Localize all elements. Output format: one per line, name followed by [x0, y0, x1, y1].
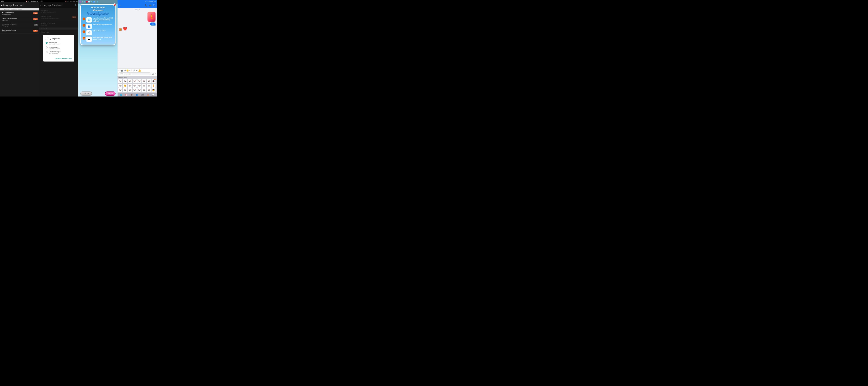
kb-share-icon[interactable]: 📤: [147, 94, 149, 96]
emoji-mickey-13[interactable]: 🐭: [142, 84, 146, 88]
emoji-mickey-8[interactable]: 🐭: [118, 84, 122, 88]
message-input-field[interactable]: Write a message...: [118, 72, 151, 76]
time-1: 10:19 AM: [33, 1, 38, 2]
message-icons-left: Aa 📷 🖼 😊 GIF 🎤 •••: [118, 69, 137, 71]
video-icon-messenger[interactable]: 📹: [149, 4, 152, 6]
kb-chat-icon[interactable]: 💬: [152, 94, 154, 96]
input-item-htc[interactable]: HTC Sense Input Keyboard options ON: [0, 10, 39, 16]
input-title-htc: HTC Sense Input: [2, 12, 14, 13]
toggle-htc[interactable]: ON: [33, 12, 38, 14]
diamond-value: 0: [95, 1, 96, 3]
play-button-game[interactable]: Play ▶: [105, 91, 116, 96]
step-text-3: TAP the Share button: [93, 30, 113, 32]
kb-globe-icon[interactable]: 🌐: [120, 94, 122, 96]
camera-button[interactable]: 📷: [121, 69, 123, 71]
dialog-option-htc[interactable]: HTC Sense Input HTC Sense Input: [45, 51, 72, 54]
dialog-option-all-lang[interactable]: All Languages Emoji Blitz Keyboard: [45, 46, 72, 49]
time-messenger: 12:00 PM: [150, 1, 156, 2]
emoji-mickey-7[interactable]: 🐭: [147, 79, 151, 83]
emoji-mickey-10[interactable]: 🐭: [128, 84, 132, 88]
hiiii-text: Hiiii: [150, 23, 156, 26]
choose-keyboards-button[interactable]: CHOOSE KEYBOARDS: [55, 58, 72, 59]
panel-messenger: 4G ▪ 64% 12:00 PM ← 📞 📹 ⓘ 10:31 AM 🧜 Hii…: [118, 0, 157, 96]
message-input-row: Aa 📷 🖼 😊 GIF 🎤 ••• 👍: [118, 69, 156, 72]
emoji-mickey-9[interactable]: 😺: [123, 84, 127, 88]
input-item-gvoice[interactable]: Google voice typing Automatic ON: [0, 28, 39, 34]
kb-clock-icon[interactable]: ⏰: [125, 94, 127, 96]
image-button[interactable]: 🖼: [124, 69, 126, 71]
game-stat-diamond: 💎 0 ⊕: [93, 1, 98, 3]
characters-label: CHARACTERS: [118, 77, 157, 79]
toggle-cute[interactable]: ON: [33, 18, 38, 20]
section-header-keyboard: KEYBOARD & INPUT METHODS: [0, 8, 39, 10]
input-item-blitz[interactable]: Emoji Blitz Keyboard All Languages OFF: [0, 22, 39, 28]
radio-all-lang[interactable]: [45, 47, 48, 49]
carrier-1: AT&T: [1, 1, 4, 2]
input-title-blitz: Emoji Blitz Keyboard: [2, 23, 17, 25]
dialog-option-english[interactable]: English (US) Cute Emoji Keyboard: [45, 41, 72, 44]
input-item-cute[interactable]: Cute Emoji Keyboard English (US) ON: [0, 16, 39, 22]
mic-button[interactable]: 🎤: [133, 69, 135, 71]
emoji-mickey-21[interactable]: 🐭: [147, 88, 151, 92]
emoji-mickey-12[interactable]: 🐭: [137, 84, 142, 88]
backspace-button[interactable]: ⌫: [152, 73, 154, 75]
back-arrow-1[interactable]: ‹: [1, 4, 2, 7]
step-icon-share: 🔗: [86, 30, 92, 35]
chat-image-right: 🧜: [119, 12, 156, 22]
modal-close-button[interactable]: ✕: [113, 3, 116, 6]
radio-english[interactable]: [45, 42, 48, 44]
keyboard-bottom-bar: 🌐 ⏰ 🏰 👥 123 📤 💬: [118, 93, 157, 96]
emoji-mickey-18[interactable]: 🐭: [133, 88, 136, 92]
emoji-ariel[interactable]: 🧜: [152, 84, 156, 88]
emoji-mickey-16[interactable]: 🐭: [123, 88, 127, 92]
more-button[interactable]: •••: [135, 69, 137, 71]
status-bar-1: AT&T 🔇 4G ▪ 76% 10:19 AM: [0, 0, 39, 2]
emoji-mickey-5[interactable]: 🐭: [137, 79, 142, 83]
heart-plus[interactable]: ⊕: [91, 1, 92, 3]
toggle-gvoice[interactable]: ON: [33, 30, 38, 32]
like-button[interactable]: 👍: [138, 69, 141, 72]
emoji-goofy[interactable]: 🎩New: [152, 79, 156, 83]
step-icon-globe: 🌐: [86, 17, 92, 23]
back-button-game[interactable]: ← Back: [81, 91, 92, 96]
emoji-button[interactable]: 😊: [126, 69, 129, 71]
phone-icon-messenger[interactable]: 📞: [145, 4, 148, 6]
step-num-4: 4: [83, 37, 85, 39]
back-icon-messenger[interactable]: ←: [119, 4, 122, 7]
emoji-mickey-22[interactable]: 👦: [152, 88, 156, 92]
gear-plus[interactable]: ⊕: [84, 1, 85, 3]
toggle-blitz[interactable]: OFF: [34, 24, 38, 26]
emoji-mickey-20[interactable]: 🐭: [142, 88, 146, 92]
share-message-button[interactable]: ⎙: [155, 73, 156, 75]
emoji-mickey-3[interactable]: 🐭: [128, 79, 132, 83]
input-title-gvoice: Google voice typing: [2, 29, 16, 31]
emoji-mickey-4[interactable]: 🐭: [133, 79, 136, 83]
status-bar-messenger: 4G ▪ 64% 12:00 PM: [118, 0, 157, 2]
kb-123-label[interactable]: 123: [141, 94, 144, 96]
emoji-mickey-2[interactable]: 🐭: [123, 79, 127, 83]
emoji-keyboard: 🐭 🐭 🐭 🐭 🐭 🐭 🐭 🎩New 🐭 😺 🐭 🐭 🐭 🐭 🐭 🧜 🐭 🐭 🐭…: [118, 79, 157, 93]
emoji-mickey-19[interactable]: 🐭: [137, 88, 142, 92]
emoji-mickey-11[interactable]: 🐭: [133, 84, 136, 88]
diamond-plus[interactable]: ⊕: [97, 1, 98, 3]
avatar-left: 😊: [119, 28, 122, 31]
volume-icon-1: 🔇: [26, 1, 27, 2]
radio-htc[interactable]: [45, 51, 48, 53]
chat-timestamp: 10:31 AM: [119, 9, 156, 10]
gear-icon: ⚙: [79, 1, 81, 3]
aa-button[interactable]: Aa: [118, 69, 121, 71]
gif-button[interactable]: GIF: [129, 69, 132, 71]
emoji-mickey-6[interactable]: 🐭: [142, 79, 146, 83]
emoji-mickey-14[interactable]: 🐭: [147, 84, 151, 88]
step-icon-send: ▶: [86, 37, 92, 42]
emoji-mickey-17[interactable]: 🐭: [128, 88, 132, 92]
panel-language-keyboard-2: AT&T 🔇 4G ▪ 71% 10:28 AM ‹ Language & ke…: [39, 0, 79, 96]
kb-people-icon[interactable]: 👥: [135, 94, 138, 96]
emoji-mickey-15[interactable]: 🐭: [118, 88, 122, 92]
kb-disney-icon[interactable]: 🏰: [130, 94, 133, 96]
input-sub-gvoice: Automatic: [2, 31, 16, 32]
emoji-mickey-1[interactable]: 🐭: [118, 79, 122, 83]
panel-disney-emoji-blitz: ⚙ 13 ⊕ ❤ 330 ⊕ 💎 0 ⊕ ✕ How to SendMessag…: [79, 0, 118, 96]
gear-value: 13: [82, 1, 83, 3]
info-icon-messenger[interactable]: ⓘ: [153, 4, 155, 7]
